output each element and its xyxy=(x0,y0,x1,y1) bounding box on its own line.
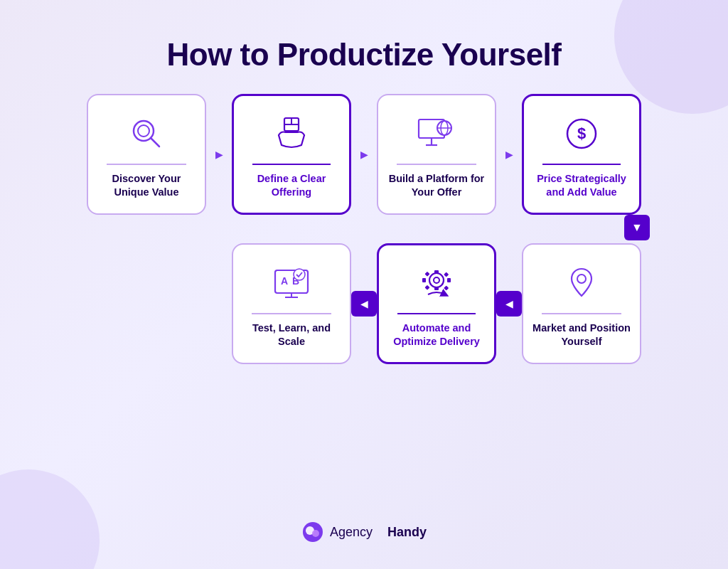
card-automate[interactable]: Automate and Optimize Delivery xyxy=(377,243,496,364)
card-divider xyxy=(397,164,476,165)
card-test[interactable]: A B Test, Learn, and Scale xyxy=(232,243,351,364)
svg-rect-23 xyxy=(434,287,439,290)
card-platform[interactable]: Build a Platform for Your Offer xyxy=(377,94,496,215)
svg-rect-22 xyxy=(434,270,439,274)
svg-rect-25 xyxy=(447,278,451,282)
arrow-down-icon: ▼ xyxy=(624,215,650,240)
arrow-right-2: ▶ xyxy=(351,142,377,167)
arrow-right-3: ▶ xyxy=(496,142,522,167)
card-market[interactable]: Market and Position Yourself xyxy=(522,243,641,364)
ab-test-icon: A B xyxy=(269,260,314,306)
arrow-left-1: ◀ xyxy=(351,291,377,317)
card-divider xyxy=(397,313,476,314)
card-label-market: Market and Position Yourself xyxy=(532,321,631,349)
card-label-price: Price Strategically and Add Value xyxy=(532,172,631,199)
card-label-define: Define a Clear Offering xyxy=(242,172,341,199)
arrow-left-2: ◀ xyxy=(496,291,522,317)
arrow-down-container: ▼ xyxy=(65,215,663,240)
page-title: How to Productize Yourself xyxy=(0,0,728,94)
svg-point-34 xyxy=(312,530,319,537)
card-divider xyxy=(252,164,331,165)
card-label-test: Test, Learn, and Scale xyxy=(242,321,341,349)
monitor-globe-icon xyxy=(414,111,459,156)
brand-name-light: Agency xyxy=(330,525,373,540)
svg-text:A: A xyxy=(281,275,288,287)
svg-rect-24 xyxy=(422,278,426,282)
svg-line-2 xyxy=(151,138,159,147)
svg-rect-27 xyxy=(444,272,449,277)
svg-point-20 xyxy=(429,273,444,287)
brand-logo-icon xyxy=(301,521,324,543)
brand-name-bold: Handy xyxy=(387,525,427,540)
brand-footer: Agency Handy xyxy=(301,521,427,543)
gear-cycle-icon xyxy=(414,260,459,306)
svg-point-21 xyxy=(434,277,439,283)
card-divider xyxy=(107,164,186,165)
row-2: A B Test, Learn, and Scale ◀ xyxy=(87,243,641,364)
magnifier-icon xyxy=(124,111,169,156)
card-divider xyxy=(252,313,331,314)
arrow-right-1: ▶ xyxy=(206,142,232,167)
svg-point-1 xyxy=(138,125,149,137)
flowchart: Discover Your Unique Value ▶ Define a Cl… xyxy=(0,94,728,364)
card-define[interactable]: Define a Clear Offering xyxy=(232,94,351,215)
location-pin-icon xyxy=(559,260,604,306)
svg-rect-26 xyxy=(424,272,429,277)
card-divider xyxy=(542,164,621,165)
row-1: Discover Your Unique Value ▶ Define a Cl… xyxy=(87,94,641,215)
dollar-circle-icon: $ xyxy=(559,111,604,156)
svg-point-17 xyxy=(294,269,305,280)
card-price[interactable]: $ Price Strategically and Add Value xyxy=(522,94,641,215)
svg-point-31 xyxy=(577,275,586,283)
svg-rect-28 xyxy=(424,285,429,290)
card-label-discover: Discover Your Unique Value xyxy=(97,172,196,199)
card-discover[interactable]: Discover Your Unique Value xyxy=(87,94,206,215)
card-divider xyxy=(542,313,621,314)
svg-text:$: $ xyxy=(577,124,586,142)
hand-box-icon xyxy=(269,111,314,156)
svg-rect-29 xyxy=(444,286,449,291)
card-label-automate: Automate and Optimize Delivery xyxy=(387,321,486,349)
card-label-platform: Build a Platform for Your Offer xyxy=(387,172,486,199)
